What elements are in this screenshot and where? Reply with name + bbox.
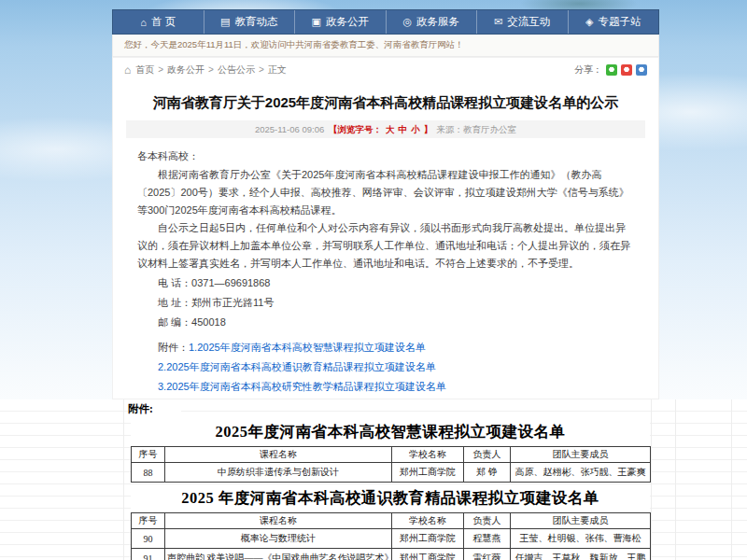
nav-item-interaction[interactable]: ✉ 交流互动 bbox=[477, 10, 569, 34]
share-box: 分享： bbox=[574, 63, 647, 77]
breadcrumb-current: 正文 bbox=[268, 63, 287, 77]
font-size-label: 【浏览字号： bbox=[329, 124, 382, 134]
nav-item-label: 教育动态 bbox=[234, 15, 277, 29]
service-icon: ◎ bbox=[402, 16, 412, 28]
general-education-table-block: 2025 年度河南省本科高校通识教育精品课程拟立项建设名单 序号课程名称学校名称… bbox=[131, 488, 650, 560]
paragraph: 根据河南省教育厅办公室《关于2025年度河南省本科高校精品课程建设申报工作的通知… bbox=[137, 166, 634, 219]
table-cell: 程慧燕 bbox=[464, 529, 511, 549]
disclosure-icon: ▣ bbox=[312, 16, 321, 28]
font-size-large-button[interactable]: 大 bbox=[386, 124, 395, 134]
table-header-row: 序号课程名称学校名称负责人团队主要成员 bbox=[132, 513, 651, 529]
table-cell: 概率论与数理统计 bbox=[165, 529, 392, 549]
breadcrumb-gov-disclosure[interactable]: 政务公开 bbox=[167, 63, 204, 77]
home-icon: ⌂ bbox=[124, 63, 131, 77]
font-size-label-close: 】 bbox=[423, 124, 432, 134]
column-header: 团队主要成员 bbox=[511, 513, 651, 529]
home-icon: ⌂ bbox=[140, 17, 147, 28]
font-size-small-button[interactable]: 小 bbox=[411, 124, 420, 134]
main-nav: ⌂ 首 页 ▤ 教育动态 ▣ 政务公开 ◎ 政务服务 ✉ 交流互动 ◈ 专题子站 bbox=[112, 9, 659, 35]
wechat-share-icon[interactable] bbox=[606, 64, 617, 76]
nav-item-gov-disclosure[interactable]: ▣ 政务公开 bbox=[295, 10, 387, 34]
breadcrumb-announcements[interactable]: 公告公示 bbox=[218, 63, 255, 77]
attachment-links: 附件：1.2025年度河南省本科高校智慧课程拟立项建设名单 2.2025年度河南… bbox=[137, 339, 634, 396]
column-header: 团队主要成员 bbox=[511, 447, 651, 463]
table-title-general-education: 2025 年度河南省本科高校通识教育精品课程拟立项建设名单 bbox=[131, 488, 650, 509]
nav-item-label: 专题子站 bbox=[598, 15, 641, 29]
column-header: 序号 bbox=[132, 447, 165, 463]
column-header: 负责人 bbox=[464, 447, 511, 463]
column-header: 序号 bbox=[132, 513, 165, 529]
nav-item-label: 交流互动 bbox=[507, 15, 550, 29]
attachments-label: 附件： bbox=[158, 342, 189, 353]
table-cell: 王莹、杜明银、张伟、曹海松 bbox=[511, 529, 651, 549]
table-cell: 91 bbox=[132, 549, 165, 560]
attachment-section-label: 附件: bbox=[128, 402, 181, 416]
contact-address: 地 址：郑州市正光路11号 bbox=[137, 294, 634, 312]
weibo-share-icon[interactable] bbox=[621, 64, 632, 76]
table-row: 90概率论与数理统计郑州工商学院程慧燕王莹、杜明银、张伟、曹海松 bbox=[132, 529, 651, 549]
breadcrumb-separator: > bbox=[208, 64, 214, 75]
nav-item-subsites[interactable]: ◈ 专题子站 bbox=[569, 10, 659, 34]
salutation: 各本科高校： bbox=[137, 147, 634, 165]
general-education-table: 序号课程名称学校名称负责人团队主要成员90概率论与数理统计郑州工商学院程慧燕王莹… bbox=[131, 512, 651, 560]
page-title: 河南省教育厅关于2025年度河南省本科高校精品课程拟立项建设名单的公示 bbox=[145, 92, 627, 112]
column-header: 课程名称 bbox=[165, 513, 392, 529]
nav-item-education-news[interactable]: ▤ 教育动态 bbox=[204, 10, 296, 34]
table-title-smart-courses: 2025年度河南省本科高校智慧课程拟立项建设名单 bbox=[131, 422, 650, 442]
table-cell: 任增吉、王草秋、魏新放、王鹏 bbox=[511, 549, 651, 560]
table-cell: 郑州工商学院 bbox=[392, 529, 464, 549]
article-body: 各本科高校： 根据河南省教育厅办公室《关于2025年度河南省本科高校精品课程建设… bbox=[113, 138, 658, 399]
interaction-icon: ✉ bbox=[494, 16, 502, 28]
attachment-link-1[interactable]: 1.2025年度河南省本科高校智慧课程拟立项建设名单 bbox=[189, 342, 426, 353]
table-header-row: 序号课程名称学校名称负责人团队主要成员 bbox=[132, 447, 651, 463]
table-cell: 高原、赵栩彬、张巧靓、王豪爽 bbox=[511, 463, 651, 483]
table-cell: 中原纺织非遗传承与创新设计 bbox=[165, 463, 392, 483]
table-cell: 郑州工商学院 bbox=[392, 463, 464, 483]
page: { "nav": { "items": [ { "label": "首 页", … bbox=[0, 0, 747, 560]
table-row: 88中原纺织非遗传承与创新设计郑州工商学院郑 铮高原、赵栩彬、张巧靓、王豪爽 bbox=[132, 463, 651, 483]
nav-item-label: 政务服务 bbox=[416, 15, 459, 29]
smart-course-table-block: 2025年度河南省本科高校智慧课程拟立项建设名单 序号课程名称学校名称负责人团队… bbox=[131, 422, 650, 483]
nav-item-home[interactable]: ⌂ 首 页 bbox=[113, 10, 204, 34]
table-cell: 声腔曲韵 戏美说唱——《中国戏曲曲艺名作说唱艺术》 bbox=[165, 549, 392, 560]
paragraph: 自公示之日起5日内，任何单位和个人对公示内容有异议，须以书面形式向我厅高教处提出… bbox=[137, 219, 634, 273]
contact-phone: 电 话：0371—69691868 bbox=[137, 274, 634, 292]
article-panel: ⌂ 首页 > 政务公开 > 公告公示 > 正文 分享： 河南省教育厅关于2025… bbox=[112, 57, 659, 399]
article-meta: 2025-11-06 09:06 【浏览字号：大中小】 来源：教育厅办公室 bbox=[126, 120, 645, 138]
column-header: 学校名称 bbox=[392, 447, 464, 463]
greeting-bar: 您好，今天是2025年11月11日，欢迎访问中共河南省委教育工委、河南省教育厅网… bbox=[112, 35, 659, 57]
attachment-link-3[interactable]: 3.2025年度河南省本科高校研究性教学精品课程拟立项建设名单 bbox=[158, 381, 446, 392]
contact-postcode: 邮 编：450018 bbox=[137, 314, 634, 331]
share-label: 分享： bbox=[574, 63, 602, 77]
nav-item-label: 政务公开 bbox=[326, 15, 369, 29]
table-cell: 郑 铮 bbox=[464, 463, 511, 483]
publish-datetime: 2025-11-06 09:06 bbox=[255, 124, 324, 134]
attachment-preview: 附件: 2025年度河南省本科高校智慧课程拟立项建设名单 序号课程名称学校名称负… bbox=[0, 399, 747, 560]
breadcrumb-separator: > bbox=[259, 64, 264, 75]
table-cell: 雷红薇 bbox=[464, 549, 511, 560]
nav-item-label: 首 页 bbox=[151, 15, 176, 29]
breadcrumb: ⌂ 首页 > 政务公开 > 公告公示 > 正文 分享： bbox=[113, 58, 658, 81]
breadcrumb-home[interactable]: 首页 bbox=[135, 63, 154, 77]
greeting-text: 您好，今天是2025年11月11日，欢迎访问中共河南省委教育工委、河南省教育厅网… bbox=[124, 39, 464, 49]
column-header: 负责人 bbox=[464, 513, 511, 529]
table-cell: 郑州工商学院 bbox=[392, 549, 464, 560]
article-source: 来源：教育厅办公室 bbox=[437, 124, 517, 134]
subsite-icon: ◈ bbox=[585, 16, 593, 28]
attachment-link-2[interactable]: 2.2025年度河南省本科高校通识教育精品课程拟立项建设名单 bbox=[158, 361, 436, 372]
breadcrumb-separator: > bbox=[158, 64, 163, 75]
table-row: 91声腔曲韵 戏美说唱——《中国戏曲曲艺名作说唱艺术》郑州工商学院雷红薇任增吉、… bbox=[132, 549, 651, 560]
column-header: 课程名称 bbox=[165, 447, 392, 463]
table-cell: 90 bbox=[132, 529, 165, 549]
font-size-medium-button[interactable]: 中 bbox=[398, 124, 407, 134]
qq-share-icon[interactable] bbox=[636, 64, 647, 76]
nav-item-gov-services[interactable]: ◎ 政务服务 bbox=[387, 10, 478, 34]
news-icon: ▤ bbox=[220, 16, 230, 28]
table-cell: 88 bbox=[132, 463, 165, 483]
smart-course-table: 序号课程名称学校名称负责人团队主要成员88中原纺织非遗传承与创新设计郑州工商学院… bbox=[131, 446, 651, 483]
column-header: 学校名称 bbox=[392, 513, 464, 529]
